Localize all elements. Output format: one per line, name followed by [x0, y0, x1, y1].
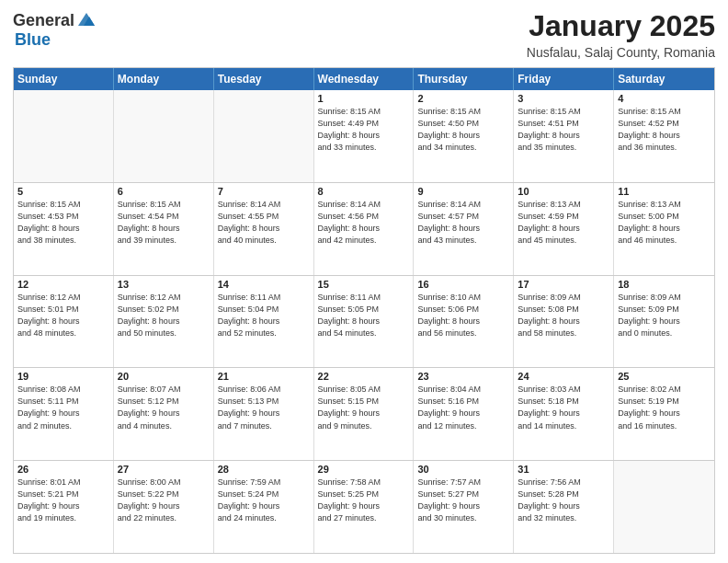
calendar-cell: 6Sunrise: 8:15 AM Sunset: 4:54 PM Daylig…	[114, 183, 214, 275]
calendar-cell: 14Sunrise: 8:11 AM Sunset: 5:04 PM Dayli…	[214, 276, 314, 368]
day-info: Sunrise: 8:15 AM Sunset: 4:49 PM Dayligh…	[318, 106, 410, 154]
day-number: 3	[518, 93, 609, 104]
day-number: 27	[118, 464, 210, 475]
calendar-cell: 4Sunrise: 8:15 AM Sunset: 4:52 PM Daylig…	[614, 90, 714, 182]
day-info: Sunrise: 8:12 AM Sunset: 5:01 PM Dayligh…	[17, 292, 109, 339]
day-number: 1	[318, 93, 410, 104]
day-number: 30	[417, 464, 509, 475]
day-number: 8	[318, 186, 410, 197]
calendar-cell: 17Sunrise: 8:09 AM Sunset: 5:08 PM Dayli…	[514, 276, 614, 368]
day-info: Sunrise: 8:10 AM Sunset: 5:06 PM Dayligh…	[417, 292, 509, 339]
calendar-row: 19Sunrise: 8:08 AM Sunset: 5:11 PM Dayli…	[14, 367, 714, 460]
calendar-cell	[214, 90, 314, 182]
day-info: Sunrise: 8:05 AM Sunset: 5:15 PM Dayligh…	[318, 384, 410, 431]
day-number: 18	[618, 279, 711, 290]
day-info: Sunrise: 7:58 AM Sunset: 5:25 PM Dayligh…	[318, 477, 410, 524]
calendar-cell: 18Sunrise: 8:09 AM Sunset: 5:09 PM Dayli…	[614, 276, 714, 368]
day-info: Sunrise: 8:13 AM Sunset: 4:59 PM Dayligh…	[518, 199, 609, 247]
day-number: 22	[318, 371, 410, 382]
calendar-header-day: Sunday	[14, 68, 114, 90]
day-number: 7	[218, 186, 310, 197]
logo-general-text: General	[13, 11, 74, 30]
calendar-cell: 2Sunrise: 8:15 AM Sunset: 4:50 PM Daylig…	[414, 90, 514, 182]
day-number: 28	[218, 464, 310, 475]
calendar-cell: 22Sunrise: 8:05 AM Sunset: 5:15 PM Dayli…	[314, 368, 415, 460]
day-number: 25	[618, 371, 711, 382]
calendar-cell: 13Sunrise: 8:12 AM Sunset: 5:02 PM Dayli…	[114, 276, 214, 368]
day-info: Sunrise: 8:09 AM Sunset: 5:09 PM Dayligh…	[618, 292, 711, 339]
calendar-cell: 30Sunrise: 7:57 AM Sunset: 5:27 PM Dayli…	[414, 461, 514, 553]
page: General Blue January 2025 Nusfalau, Sala…	[0, 0, 728, 563]
day-info: Sunrise: 8:01 AM Sunset: 5:21 PM Dayligh…	[17, 477, 109, 524]
day-info: Sunrise: 7:59 AM Sunset: 5:24 PM Dayligh…	[218, 477, 310, 524]
day-info: Sunrise: 8:15 AM Sunset: 4:51 PM Dayligh…	[518, 106, 609, 154]
calendar-header: SundayMondayTuesdayWednesdayThursdayFrid…	[14, 68, 714, 90]
calendar-cell: 28Sunrise: 7:59 AM Sunset: 5:24 PM Dayli…	[214, 461, 314, 553]
calendar-cell: 26Sunrise: 8:01 AM Sunset: 5:21 PM Dayli…	[14, 461, 114, 553]
day-number: 23	[417, 371, 509, 382]
day-info: Sunrise: 8:14 AM Sunset: 4:55 PM Dayligh…	[218, 199, 310, 247]
logo-blue-text: Blue	[15, 30, 51, 50]
day-number: 12	[17, 279, 109, 290]
calendar-cell: 27Sunrise: 8:00 AM Sunset: 5:22 PM Dayli…	[114, 461, 214, 553]
day-number: 20	[118, 371, 210, 382]
day-info: Sunrise: 8:14 AM Sunset: 4:56 PM Dayligh…	[318, 199, 410, 247]
day-info: Sunrise: 8:04 AM Sunset: 5:16 PM Dayligh…	[417, 384, 509, 431]
day-number: 2	[417, 93, 509, 104]
day-number: 26	[17, 464, 109, 475]
day-number: 11	[618, 186, 711, 197]
day-number: 19	[17, 371, 109, 382]
calendar-header-day: Monday	[114, 68, 214, 90]
calendar-cell: 10Sunrise: 8:13 AM Sunset: 4:59 PM Dayli…	[514, 183, 614, 275]
title-sub: Nusfalau, Salaj County, Romania	[527, 45, 715, 60]
calendar-header-day: Saturday	[614, 68, 714, 90]
day-info: Sunrise: 8:11 AM Sunset: 5:05 PM Dayligh…	[318, 292, 410, 339]
day-info: Sunrise: 8:00 AM Sunset: 5:22 PM Dayligh…	[118, 477, 210, 524]
day-info: Sunrise: 7:57 AM Sunset: 5:27 PM Dayligh…	[417, 477, 509, 524]
title-main: January 2025	[527, 9, 715, 43]
day-number: 21	[218, 371, 310, 382]
day-info: Sunrise: 8:15 AM Sunset: 4:54 PM Dayligh…	[118, 199, 210, 247]
calendar-cell: 11Sunrise: 8:13 AM Sunset: 5:00 PM Dayli…	[614, 183, 714, 275]
calendar-header-day: Thursday	[414, 68, 514, 90]
day-info: Sunrise: 8:03 AM Sunset: 5:18 PM Dayligh…	[518, 384, 609, 431]
calendar-header-day: Friday	[514, 68, 614, 90]
calendar-cell	[114, 90, 214, 182]
day-info: Sunrise: 8:13 AM Sunset: 5:00 PM Dayligh…	[618, 199, 711, 247]
day-info: Sunrise: 8:15 AM Sunset: 4:50 PM Dayligh…	[417, 106, 509, 154]
calendar-cell: 5Sunrise: 8:15 AM Sunset: 4:53 PM Daylig…	[14, 183, 114, 275]
logo-icon	[76, 11, 97, 28]
calendar-cell: 24Sunrise: 8:03 AM Sunset: 5:18 PM Dayli…	[514, 368, 614, 460]
calendar-row: 1Sunrise: 8:15 AM Sunset: 4:49 PM Daylig…	[14, 90, 714, 182]
calendar-cell: 23Sunrise: 8:04 AM Sunset: 5:16 PM Dayli…	[414, 368, 514, 460]
calendar-row: 5Sunrise: 8:15 AM Sunset: 4:53 PM Daylig…	[14, 182, 714, 275]
calendar-row: 26Sunrise: 8:01 AM Sunset: 5:21 PM Dayli…	[14, 460, 714, 553]
day-info: Sunrise: 8:14 AM Sunset: 4:57 PM Dayligh…	[417, 199, 509, 247]
calendar-cell: 25Sunrise: 8:02 AM Sunset: 5:19 PM Dayli…	[614, 368, 714, 460]
calendar-header-day: Tuesday	[214, 68, 314, 90]
calendar-cell: 20Sunrise: 8:07 AM Sunset: 5:12 PM Dayli…	[114, 368, 214, 460]
day-number: 14	[218, 279, 310, 290]
day-info: Sunrise: 8:15 AM Sunset: 4:53 PM Dayligh…	[17, 199, 109, 247]
calendar-cell	[614, 461, 714, 553]
calendar-body: 1Sunrise: 8:15 AM Sunset: 4:49 PM Daylig…	[14, 90, 714, 553]
day-info: Sunrise: 8:07 AM Sunset: 5:12 PM Dayligh…	[118, 384, 210, 431]
day-info: Sunrise: 8:06 AM Sunset: 5:13 PM Dayligh…	[218, 384, 310, 431]
day-number: 17	[518, 279, 609, 290]
day-info: Sunrise: 8:15 AM Sunset: 4:52 PM Dayligh…	[618, 106, 711, 154]
calendar-cell: 29Sunrise: 7:58 AM Sunset: 5:25 PM Dayli…	[314, 461, 415, 553]
title-block: January 2025 Nusfalau, Salaj County, Rom…	[527, 9, 715, 60]
day-number: 15	[318, 279, 410, 290]
day-info: Sunrise: 8:02 AM Sunset: 5:19 PM Dayligh…	[618, 384, 711, 431]
day-info: Sunrise: 8:08 AM Sunset: 5:11 PM Dayligh…	[17, 384, 109, 431]
day-info: Sunrise: 7:56 AM Sunset: 5:28 PM Dayligh…	[518, 477, 609, 524]
calendar-cell: 8Sunrise: 8:14 AM Sunset: 4:56 PM Daylig…	[314, 183, 415, 275]
header: General Blue January 2025 Nusfalau, Sala…	[13, 9, 715, 60]
day-info: Sunrise: 8:11 AM Sunset: 5:04 PM Dayligh…	[218, 292, 310, 339]
calendar-cell: 12Sunrise: 8:12 AM Sunset: 5:01 PM Dayli…	[14, 276, 114, 368]
calendar-cell: 15Sunrise: 8:11 AM Sunset: 5:05 PM Dayli…	[314, 276, 415, 368]
calendar-cell: 16Sunrise: 8:10 AM Sunset: 5:06 PM Dayli…	[414, 276, 514, 368]
calendar-cell: 19Sunrise: 8:08 AM Sunset: 5:11 PM Dayli…	[14, 368, 114, 460]
calendar-cell	[14, 90, 114, 182]
day-number: 31	[518, 464, 609, 475]
